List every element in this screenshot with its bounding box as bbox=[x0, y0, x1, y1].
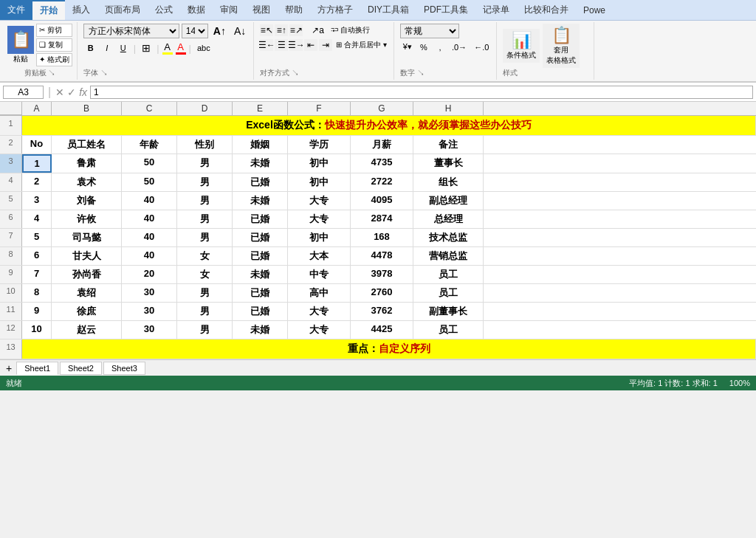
cell-2-a[interactable]: No bbox=[22, 136, 52, 154]
cell-3-h[interactable]: 董事长 bbox=[413, 154, 484, 173]
auto-wrap-button[interactable]: ⮒ 自动换行 bbox=[329, 24, 372, 37]
cell-3-c[interactable]: 50 bbox=[122, 154, 177, 173]
bold-button[interactable]: B bbox=[83, 42, 98, 54]
sheet-tab-3[interactable]: Sheet3 bbox=[103, 362, 145, 375]
cell-5-g[interactable]: 4095 bbox=[351, 192, 413, 210]
cell-5-b[interactable]: 刘备 bbox=[52, 192, 122, 210]
cell-12-d[interactable]: 男 bbox=[177, 321, 233, 339]
col-header-e[interactable]: E bbox=[233, 102, 288, 115]
cell-7-b[interactable]: 司马懿 bbox=[52, 229, 122, 246]
cell-12-f[interactable]: 大专 bbox=[288, 321, 351, 339]
cell-11-e[interactable]: 已婚 bbox=[233, 303, 288, 320]
font-face-select[interactable]: 方正小标宋简体 bbox=[83, 24, 179, 38]
cell-8-e[interactable]: 已婚 bbox=[233, 247, 288, 265]
merge-center-button[interactable]: ⊞ 合并后居中 ▾ bbox=[334, 38, 389, 52]
cell-8-c[interactable]: 40 bbox=[122, 247, 177, 265]
cell-4-c[interactable]: 50 bbox=[122, 173, 177, 191]
paste-button[interactable]: 📋 粘贴 bbox=[7, 26, 34, 64]
tab-review[interactable]: 审阅 bbox=[213, 0, 245, 20]
align-right-button[interactable]: ☰→ bbox=[289, 39, 303, 51]
tab-compare[interactable]: 比较和合并 bbox=[517, 0, 576, 20]
cell-2-h[interactable]: 备注 bbox=[413, 136, 484, 154]
align-center-button[interactable]: ☰ bbox=[275, 39, 288, 51]
cell-8-h[interactable]: 营销总监 bbox=[413, 247, 484, 265]
sheet-tab-1[interactable]: Sheet1 bbox=[16, 362, 58, 375]
add-sheet-button[interactable]: + bbox=[3, 362, 15, 374]
cell-4-d[interactable]: 男 bbox=[177, 173, 233, 191]
cell-3-e[interactable]: 未婚 bbox=[233, 154, 288, 173]
tab-pdf[interactable]: PDF工具集 bbox=[416, 0, 475, 20]
table-style-button[interactable]: 📋 套用表格格式 bbox=[543, 24, 580, 68]
tab-formula[interactable]: 公式 bbox=[148, 0, 180, 20]
font-color-button[interactable]: A bbox=[176, 41, 186, 55]
cell-11-c[interactable]: 30 bbox=[122, 303, 177, 320]
border-button[interactable]: ⊞ bbox=[139, 41, 154, 55]
cell-6-f[interactable]: 大专 bbox=[288, 210, 351, 228]
cell-7-h[interactable]: 技术总监 bbox=[413, 229, 484, 246]
cell-10-e[interactable]: 已婚 bbox=[233, 284, 288, 302]
col-header-c[interactable]: C bbox=[122, 102, 177, 115]
cell-10-b[interactable]: 袁绍 bbox=[52, 284, 122, 302]
cell-9-g[interactable]: 3978 bbox=[351, 266, 413, 283]
tab-view[interactable]: 视图 bbox=[245, 0, 278, 20]
col-header-f[interactable]: F bbox=[288, 102, 351, 115]
cell-10-d[interactable]: 男 bbox=[177, 284, 233, 302]
cell-4-g[interactable]: 2722 bbox=[351, 173, 413, 191]
col-header-a[interactable]: A bbox=[22, 102, 52, 115]
cut-button[interactable]: ✂ 剪切 bbox=[36, 24, 72, 37]
cell-9-d[interactable]: 女 bbox=[177, 266, 233, 283]
italic-button[interactable]: I bbox=[100, 42, 114, 54]
cell-2-b[interactable]: 员工姓名 bbox=[52, 136, 122, 154]
cell-6-a[interactable]: 4 bbox=[22, 210, 52, 228]
col-header-h[interactable]: H bbox=[413, 102, 484, 115]
cell-5-c[interactable]: 40 bbox=[122, 192, 177, 210]
conditional-format-button[interactable]: 📊 条件格式 bbox=[503, 29, 540, 63]
tab-data[interactable]: 数据 bbox=[180, 0, 213, 20]
cell-4-a[interactable]: 2 bbox=[22, 173, 52, 191]
cell-3-d[interactable]: 男 bbox=[177, 154, 233, 173]
cell-reference-input[interactable] bbox=[3, 86, 44, 99]
col-header-b[interactable]: B bbox=[52, 102, 122, 115]
cell-10-g[interactable]: 2760 bbox=[351, 284, 413, 302]
cell-5-d[interactable]: 男 bbox=[177, 192, 233, 210]
cell-6-e[interactable]: 已婚 bbox=[233, 210, 288, 228]
cell-4-e[interactable]: 已婚 bbox=[233, 173, 288, 191]
cell-2-c[interactable]: 年龄 bbox=[122, 136, 177, 154]
cell-10-c[interactable]: 30 bbox=[122, 284, 177, 302]
align-left-button[interactable]: ☰← bbox=[260, 39, 273, 51]
percent-button[interactable]: % bbox=[416, 41, 431, 53]
cell-4-b[interactable]: 袁术 bbox=[52, 173, 122, 191]
cell-11-f[interactable]: 大专 bbox=[288, 303, 351, 320]
decrease-indent-button[interactable]: ⇤ bbox=[304, 39, 317, 51]
tab-home[interactable]: 开始 bbox=[32, 0, 65, 20]
cell-9-e[interactable]: 未婚 bbox=[233, 266, 288, 283]
cell-7-e[interactable]: 已婚 bbox=[233, 229, 288, 246]
cell-9-f[interactable]: 中专 bbox=[288, 266, 351, 283]
cell-9-c[interactable]: 20 bbox=[122, 266, 177, 283]
increase-indent-button[interactable]: ⇥ bbox=[319, 39, 332, 51]
cell-9-h[interactable]: 员工 bbox=[413, 266, 484, 283]
tab-insert[interactable]: 插入 bbox=[65, 0, 97, 20]
number-format-select[interactable]: 常规 bbox=[400, 24, 459, 38]
cell-5-f[interactable]: 大专 bbox=[288, 192, 351, 210]
cell-12-e[interactable]: 未婚 bbox=[233, 321, 288, 339]
currency-button[interactable]: ¥▾ bbox=[400, 41, 415, 53]
cell-7-a[interactable]: 5 bbox=[22, 229, 52, 246]
cell-1-merged[interactable]: Excel函数公式：快速提升办公效率，就必须掌握这些办公技巧 bbox=[22, 116, 756, 135]
cell-7-f[interactable]: 初中 bbox=[288, 229, 351, 246]
cell-12-h[interactable]: 员工 bbox=[413, 321, 484, 339]
cell-8-d[interactable]: 女 bbox=[177, 247, 233, 265]
fill-color-button[interactable]: A bbox=[162, 41, 173, 55]
comma-button[interactable]: , bbox=[433, 41, 447, 53]
cell-2-d[interactable]: 性别 bbox=[177, 136, 233, 154]
col-header-g[interactable]: G bbox=[351, 102, 413, 115]
strikethrough-button[interactable]: abc bbox=[194, 42, 213, 54]
cell-5-a[interactable]: 3 bbox=[22, 192, 52, 210]
cell-3-f[interactable]: 初中 bbox=[288, 154, 351, 173]
cell-7-g[interactable]: 168 bbox=[351, 229, 413, 246]
tab-layout[interactable]: 页面布局 bbox=[97, 0, 148, 20]
cell-12-g[interactable]: 4425 bbox=[351, 321, 413, 339]
align-top-right[interactable]: ≡↗ bbox=[289, 24, 303, 36]
formula-input[interactable] bbox=[90, 86, 753, 99]
sheet-tab-2[interactable]: Sheet2 bbox=[60, 362, 102, 375]
